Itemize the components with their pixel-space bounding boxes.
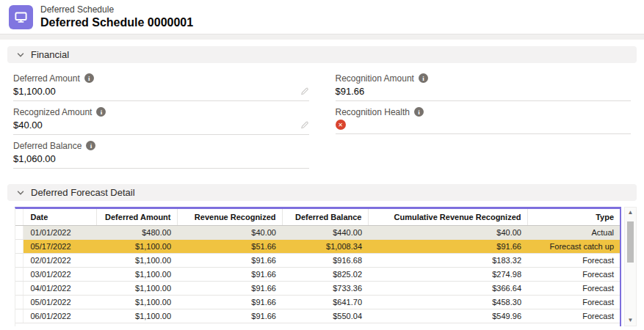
field-recognition-amount: Recognition Amount i $91.66 (336, 67, 632, 101)
info-icon[interactable]: i (86, 141, 95, 150)
row-gutter (15, 309, 23, 323)
field-label: Recognition Amount (336, 73, 414, 84)
row-gutter (15, 281, 23, 295)
table-row[interactable]: 06/01/2022$1,100.00$91.66$550.04$549.96F… (15, 309, 620, 323)
forecast-grid: Date Deferred Amount Revenue Recognized … (15, 207, 621, 326)
row-gutter (15, 295, 23, 309)
table-scrollbar[interactable]: ▲ ▼ (624, 207, 637, 326)
header-divider (0, 34, 644, 40)
table-cell: Forecast (527, 295, 620, 309)
table-cell: $1,100.00 (96, 239, 177, 253)
scroll-down-button[interactable]: ▼ (628, 318, 634, 323)
table-cell: Actual (527, 225, 620, 239)
table-cell: $40.00 (177, 225, 282, 239)
scrollbar-thumb[interactable] (627, 221, 634, 263)
table-cell: $550.04 (282, 309, 368, 323)
table-cell: $1,100.00 (96, 267, 177, 281)
table-cell: $51.66 (177, 239, 282, 253)
column-header-cumulative-revenue-recognized[interactable]: Cumulative Revenue Recognized (368, 209, 527, 225)
row-gutter (15, 239, 23, 253)
table-cell: 05/01/2022 (23, 295, 96, 309)
deferred-schedule-object-icon (9, 5, 33, 29)
info-icon[interactable]: i (414, 107, 424, 117)
table-cell: $1,100.00 (96, 295, 177, 309)
table-cell: $366.64 (368, 281, 527, 295)
table-cell: $91.66 (177, 253, 282, 267)
table-cell: $641.70 (282, 295, 368, 309)
field-value: $1,100.00 (13, 86, 56, 97)
info-icon[interactable]: i (84, 73, 94, 83)
table-cell: 04/01/2022 (23, 281, 96, 295)
info-icon[interactable]: i (96, 107, 106, 117)
edit-pencil-icon[interactable] (300, 120, 309, 130)
table-cell: $183.32 (368, 253, 527, 267)
chevron-down-icon[interactable] (16, 51, 25, 59)
row-gutter (15, 253, 23, 267)
table-cell: $733.36 (282, 281, 368, 295)
table-cell: $1,100.00 (96, 281, 177, 295)
table-row[interactable]: 05/01/2022$1,100.00$91.66$641.70$458.30F… (15, 295, 620, 309)
field-label: Deferred Balance (13, 141, 82, 151)
scroll-up-button[interactable]: ▲ (628, 210, 634, 216)
field-deferred-amount: Deferred Amount i $1,100.00 (13, 67, 309, 101)
edit-pencil-icon[interactable] (300, 87, 309, 96)
table-cell: $1,100.00 (96, 253, 177, 267)
section-title: Financial (31, 49, 69, 60)
column-header-date[interactable]: Date (23, 209, 96, 225)
row-gutter (15, 225, 23, 239)
table-row[interactable]: 01/01/2022$480.00$40.00$440.00$40.00Actu… (15, 225, 620, 239)
section-financial-toggle[interactable]: Financial (7, 46, 637, 63)
table-cell: $480.00 (96, 225, 177, 239)
forecast-table-body: 01/01/2022$480.00$40.00$440.00$40.00Actu… (15, 225, 620, 323)
forecast-table-region: Date Deferred Amount Revenue Recognized … (15, 207, 637, 326)
table-cell: $91.66 (177, 281, 282, 295)
table-cell: 02/01/2022 (23, 253, 96, 267)
table-cell: $91.66 (368, 239, 527, 253)
field-label: Recognition Health (336, 107, 410, 117)
record-header: Deferred Schedule Deferred Schedule 0000… (0, 0, 644, 34)
field-value: $91.66 (336, 86, 365, 97)
table-cell: $549.96 (368, 309, 527, 323)
table-cell: $1,100.00 (96, 309, 177, 323)
info-icon[interactable]: i (419, 73, 428, 83)
table-cell: $91.66 (177, 295, 282, 309)
desktop-icon (14, 10, 28, 24)
table-cell: 03/01/2022 (23, 267, 96, 281)
header-gutter (15, 209, 23, 225)
row-gutter (15, 267, 23, 281)
table-cell: $40.00 (368, 225, 527, 239)
table-row[interactable]: 05/17/2022$1,100.00$51.66$1,008.34$91.66… (15, 239, 620, 253)
column-header-revenue-recognized[interactable]: Revenue Recognized (177, 209, 282, 225)
table-cell: $440.00 (282, 225, 368, 239)
forecast-table: Date Deferred Amount Revenue Recognized … (15, 209, 620, 323)
table-cell: Forecast catch up (527, 239, 620, 253)
field-value: $1,060.00 (13, 153, 56, 164)
table-cell: Forecast (527, 253, 620, 267)
chevron-down-icon[interactable] (16, 188, 25, 197)
table-cell: Forecast (527, 281, 620, 295)
section-forecast-toggle[interactable]: Deferred Forecast Detail (7, 184, 637, 201)
scrollbar-track[interactable] (625, 216, 636, 318)
error-status-icon: ✕ (336, 120, 346, 130)
table-cell: $825.02 (282, 267, 368, 281)
table-cell: $1,008.34 (282, 239, 368, 253)
section-title: Deferred Forecast Detail (31, 187, 135, 198)
table-cell: $91.66 (177, 309, 282, 323)
field-label: Recognized Amount (13, 107, 92, 117)
table-row[interactable]: 03/01/2022$1,100.00$91.66$825.02$274.98F… (15, 267, 620, 281)
table-cell: Forecast (527, 267, 620, 281)
column-header-deferred-amount[interactable]: Deferred Amount (96, 209, 177, 225)
object-label: Deferred Schedule (40, 4, 193, 15)
column-header-type[interactable]: Type (527, 209, 620, 225)
field-recognition-health: Recognition Health i ✕ (336, 101, 632, 134)
table-row[interactable]: 02/01/2022$1,100.00$91.66$916.68$183.32F… (15, 253, 620, 267)
field-recognized-amount: Recognized Amount i $40.00 (13, 101, 309, 135)
table-cell: $91.66 (177, 267, 282, 281)
table-cell: $458.30 (368, 295, 527, 309)
table-header-row: Date Deferred Amount Revenue Recognized … (15, 209, 620, 225)
table-row[interactable]: 04/01/2022$1,100.00$91.66$733.36$366.64F… (15, 281, 620, 295)
field-label: Deferred Amount (13, 73, 80, 84)
field-deferred-balance: Deferred Balance i $1,060.00 (13, 135, 309, 169)
column-header-deferred-balance[interactable]: Deferred Balance (282, 209, 368, 225)
page-title: Deferred Schedule 0000001 (40, 15, 193, 30)
